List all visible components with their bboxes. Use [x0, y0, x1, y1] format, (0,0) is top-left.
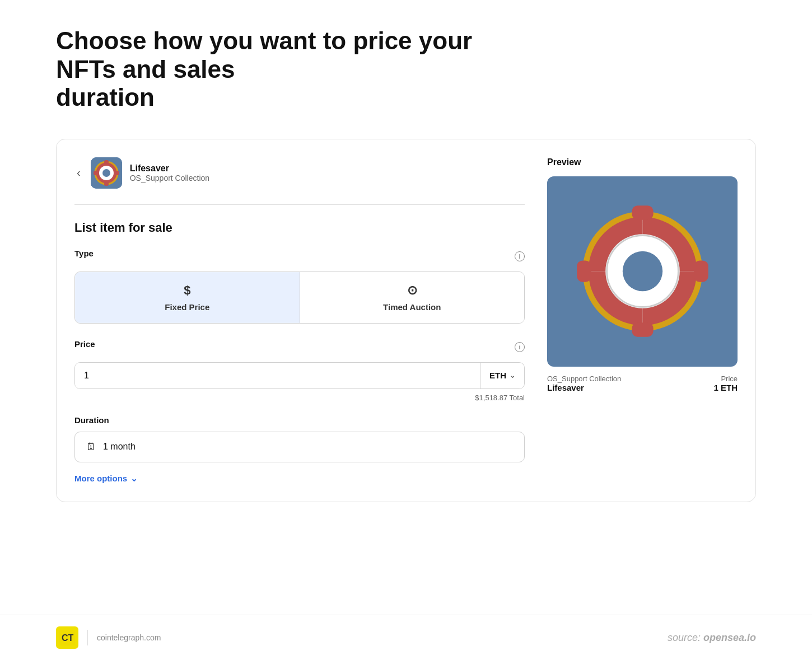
footer-attribution: source: opensea.io — [668, 632, 756, 644]
fixed-price-label: Fixed Price — [165, 302, 209, 312]
more-options-label: More options — [74, 474, 127, 483]
timed-icon: ⊙ — [407, 283, 417, 298]
type-field-row: Type i — [74, 249, 525, 265]
type-label: Type — [74, 249, 94, 258]
svg-rect-16 — [632, 323, 653, 338]
duration-label: Duration — [74, 415, 525, 425]
section-title: List item for sale — [74, 221, 525, 235]
chevron-down-icon: ⌄ — [510, 372, 515, 380]
main-card: ‹ — [56, 139, 756, 502]
timed-auction-label: Timed Auction — [383, 302, 441, 312]
preview-price-label: Price — [713, 375, 738, 383]
svg-text:CT: CT — [62, 633, 74, 643]
more-options-button[interactable]: More options ⌄ — [74, 474, 138, 484]
nft-thumbnail — [91, 157, 122, 189]
price-input[interactable] — [75, 363, 480, 388]
footer-logo: CT — [56, 626, 78, 649]
currency-selector[interactable]: ETH ⌄ — [480, 363, 524, 388]
preview-nft-name: Lifesaver — [547, 383, 621, 392]
price-label: Price — [74, 339, 95, 349]
duration-value: 1 month — [103, 442, 136, 452]
price-field-row: Price i — [74, 339, 525, 355]
svg-point-3 — [102, 169, 110, 177]
svg-rect-6 — [104, 182, 109, 186]
chevron-down-icon: ⌄ — [130, 474, 138, 484]
preview-title: Preview — [547, 157, 738, 167]
svg-rect-15 — [632, 205, 653, 220]
svg-rect-17 — [577, 261, 591, 282]
footer-divider — [87, 630, 88, 645]
left-panel: ‹ — [74, 157, 525, 484]
price-total: $1,518.87 Total — [74, 394, 525, 402]
preview-image — [547, 176, 738, 367]
nft-info: Lifesaver OS_Support Collection — [130, 163, 209, 182]
svg-rect-5 — [104, 160, 109, 164]
timed-auction-option[interactable]: ⊙ Timed Auction — [300, 272, 525, 323]
svg-rect-8 — [115, 171, 119, 175]
preview-nft-details: OS_Support Collection Lifesaver — [547, 375, 621, 392]
back-button[interactable]: ‹ — [74, 164, 83, 181]
preview-meta: OS_Support Collection Lifesaver Price 1 … — [547, 375, 738, 392]
price-input-row: ETH ⌄ — [74, 362, 525, 389]
type-info-icon[interactable]: i — [515, 251, 525, 261]
nft-name: Lifesaver — [130, 163, 209, 174]
type-selector: $ Fixed Price ⊙ Timed Auction — [74, 272, 525, 324]
svg-rect-7 — [94, 171, 97, 175]
dollar-icon: $ — [184, 283, 190, 298]
calendar-icon: 🗓 — [86, 441, 96, 453]
right-panel: Preview — [547, 157, 738, 484]
nft-collection: OS_Support Collection — [130, 174, 209, 182]
preview-price-details: Price 1 ETH — [713, 375, 738, 392]
preview-collection: OS_Support Collection — [547, 375, 621, 383]
currency-label: ETH — [489, 371, 506, 380]
attribution-prefix: source: — [668, 632, 703, 643]
nft-header: ‹ — [74, 157, 525, 205]
preview-price-value: 1 ETH — [713, 383, 738, 392]
page-title: Choose how you want to price your NFTs a… — [56, 27, 476, 112]
price-info-icon[interactable]: i — [515, 342, 525, 352]
duration-selector[interactable]: 🗓 1 month — [74, 432, 525, 462]
svg-rect-18 — [694, 261, 708, 282]
footer: CT cointelegraph.com source: opensea.io — [0, 615, 812, 660]
attribution-brand: opensea.io — [703, 632, 756, 643]
svg-point-12 — [622, 251, 662, 291]
footer-source-text: cointelegraph.com — [97, 633, 161, 642]
fixed-price-option[interactable]: $ Fixed Price — [75, 272, 300, 323]
